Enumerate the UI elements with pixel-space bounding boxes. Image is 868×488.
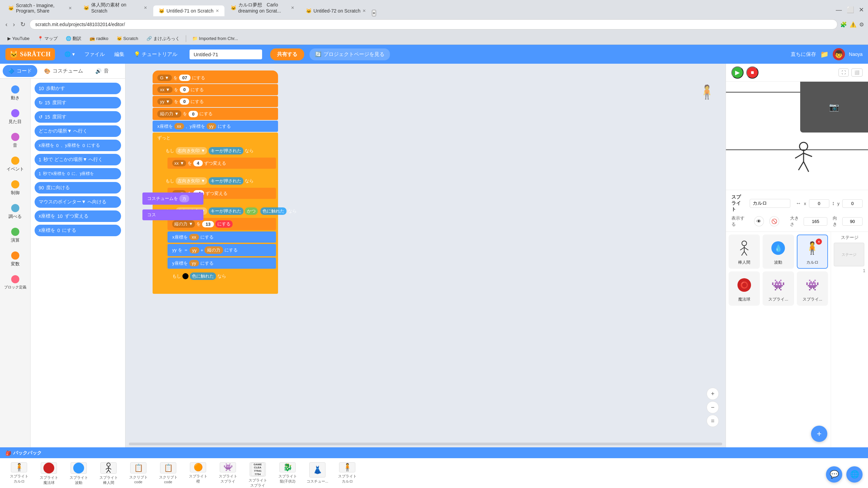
zoom-in-button[interactable]: + [707,388,719,400]
carlo-delete-btn[interactable]: ✕ [816,239,822,245]
settings-icon[interactable]: ⚙ [859,21,864,28]
bookmark-youtube[interactable]: ▶ YouTube [4,35,33,42]
stage-thumb[interactable]: ステージ [834,243,864,266]
y-coord-input[interactable] [842,199,863,208]
back-button[interactable]: ‹ [4,20,9,29]
zoom-out-button[interactable]: − [707,401,719,413]
share-button[interactable]: 共有する [270,48,304,60]
bookmark-makepuro[interactable]: 🔗 まけぷろっく [143,34,183,43]
sprite-name-input[interactable] [750,199,790,208]
block-set-x-coord[interactable]: x座標を xx にする [167,231,276,243]
fullscreen-button[interactable]: ⛶ [839,68,849,77]
extension-icon[interactable]: 🧩 [840,21,847,28]
sprite-hitman[interactable]: 棒人間 [729,235,760,269]
tab-carlo[interactable]: 🐱 カルロ夢想 Carlo dreaming on Scrat... ✕ [225,0,300,16]
block-glide-to[interactable]: 1 秒で どこかの場所▼ へ行く [35,154,121,165]
category-looks[interactable]: 見た目 [0,105,30,129]
edit-nav-item[interactable]: 編集 [110,49,129,60]
sprite-carlo[interactable]: 🧍 ✕ カルロ [797,235,828,269]
bookmark-translate[interactable]: 🌐 翻訳 [62,34,85,43]
block-point-towards[interactable]: マウスのポインター▼ へ向ける [35,196,121,208]
sprite-magic[interactable]: ⭕ 魔法球 [729,271,760,306]
category-sound[interactable]: 音 [0,129,30,152]
backpack-sprai1[interactable]: 👾 スプライトスプライ [214,461,241,485]
tab-hitman[interactable]: 🐱 体人間の素材 on Scratch ✕ [78,0,153,16]
backpack-orange[interactable]: 🟠 スプライト橙 [184,461,212,485]
backpack-costume[interactable]: 👗 コスチュー... [304,461,331,485]
small-stage-button[interactable]: ⬜ [851,68,863,77]
tab-costume[interactable]: 🎨 コスチューム [39,65,88,77]
block-goto[interactable]: どこかの場所▼ へ行く [35,125,121,137]
stop-button[interactable]: ■ [746,66,758,79]
block-turn-left[interactable]: ↺ 15 度回す [35,111,121,123]
backpack-code2[interactable]: 📋 スクリプトcode [155,461,182,485]
category-motion[interactable]: 動き [0,81,30,105]
scratch-logo[interactable]: 🐱 SöRÄTCH [5,48,55,60]
sprite-sprai2[interactable]: 👾 スプライ... [797,271,828,306]
x-coord-input[interactable] [809,199,829,208]
category-operators[interactable]: 演算 [0,224,30,247]
horizontal-scrollbar[interactable] [129,443,722,445]
chat-button[interactable]: 💬 [826,466,842,483]
block-set-xy[interactable]: x座標を 0 、y座標を 0 にする [35,140,121,151]
save-button[interactable]: 直ちに保存 [791,51,816,58]
add-sprite-button[interactable]: + [811,426,827,442]
show-eye-button[interactable]: 👁 [754,216,764,226]
block-turn-right[interactable]: ↻ 15 度回す [35,97,121,108]
size-input[interactable] [804,217,827,226]
tab-close[interactable]: ✕ [144,5,147,10]
block-set-g[interactable]: G ▼ を 07 にする [153,70,278,83]
address-bar[interactable] [29,19,837,29]
tab-close[interactable]: ✕ [216,8,219,13]
detached-block2[interactable]: コス [142,209,203,220]
file-nav-item[interactable]: ファイル [80,49,109,60]
folder-button[interactable]: 📁 [820,50,829,58]
direction-input[interactable] [842,217,863,226]
category-sensing[interactable]: 調べる [0,200,30,224]
bookmark-radiko[interactable]: 📻 radiko [86,35,112,42]
block-goto-xy[interactable]: x座標を xx 、y座標を yy にする [153,121,278,132]
backpack-dragon[interactable]: 🐉 スプライト龍(子供2) [274,461,301,485]
block-set-x[interactable]: x座標を 0 にする [35,225,121,236]
maximize-button[interactable]: ⬜ [845,5,855,15]
backpack-hado[interactable]: スプライト波動 [65,461,92,485]
bookmark-map[interactable]: 📍 マップ [34,34,61,43]
tutorial-nav-item[interactable]: 💡 チュートリアル [130,49,181,60]
backpack-carlo[interactable]: 🧍 スプライトカルロ [5,461,33,485]
user-avatar[interactable]: 👦 [833,48,845,60]
green-flag-button[interactable]: ▶ [731,66,744,79]
block-glide-xy[interactable]: 1 秒でx座標を 0 に、y座標を [35,168,121,179]
block-set-yy-coord[interactable]: y座標を yy にする [167,258,276,269]
tab-close[interactable]: ✕ [291,5,294,10]
tab-close[interactable]: ✕ [68,6,72,11]
block-point-dir[interactable]: 90 度に向ける [35,182,121,194]
category-myblocks[interactable]: ブロック定義 [0,271,30,294]
close-window-button[interactable]: ✕ [857,5,865,15]
sprite-hado[interactable]: 💧 波動 [763,235,794,269]
block-set-xx[interactable]: xx ▼ を 0 にする [153,84,278,95]
backpack-gameclear[interactable]: GAME CLEA 77541 7754 スプライトスプライ [244,461,271,485]
backpack-carlo2[interactable]: 🧍 スプライトカルロ [334,461,361,485]
bookmark-scratch[interactable]: 🐱 Scratch [113,35,142,42]
if-right[interactable]: もし 右向き矢印 ▼ キーが押された なら xx ▼ を [161,145,277,174]
block-move-steps[interactable]: 10 歩動かす [35,83,121,94]
project-page-button[interactable]: 🔄 プロジェクトページを見る [310,48,390,60]
tab-untitled72[interactable]: 🐱 Untitled-72 on Scratch ✕ [300,5,372,16]
tab-code[interactable]: 🔷 コード [3,65,37,77]
category-control[interactable]: 制御 [0,176,30,200]
category-events[interactable]: イベント [0,152,30,176]
globe-nav-item[interactable]: 🌐 ▾ [60,49,79,59]
block-set-yy[interactable]: yy ▼ を 0 にする [153,96,278,107]
hide-eye-button[interactable]: 🚫 [769,216,779,226]
tab-scratch[interactable]: 🐱 Scratch - Imagine, Program, Share ✕ [3,0,77,16]
backpack-hitman[interactable]: スプライト棒人間 [95,461,122,485]
tab-close[interactable]: ✕ [362,8,366,13]
tab-sound[interactable]: 🔊 音 [90,65,114,77]
block-change-xx[interactable]: xx ▼ を 4 ずつ変える [167,158,276,169]
project-name-input[interactable] [190,49,262,59]
backpack-magic[interactable]: スプライト魔法球 [35,461,62,485]
detached-costume-block[interactable]: コスチュームを カ [142,192,203,205]
sprite-sprai1[interactable]: 👾 スプライ... [763,271,794,306]
zoom-reset-button[interactable]: = [707,415,719,427]
new-tab-button[interactable]: + [372,10,376,16]
